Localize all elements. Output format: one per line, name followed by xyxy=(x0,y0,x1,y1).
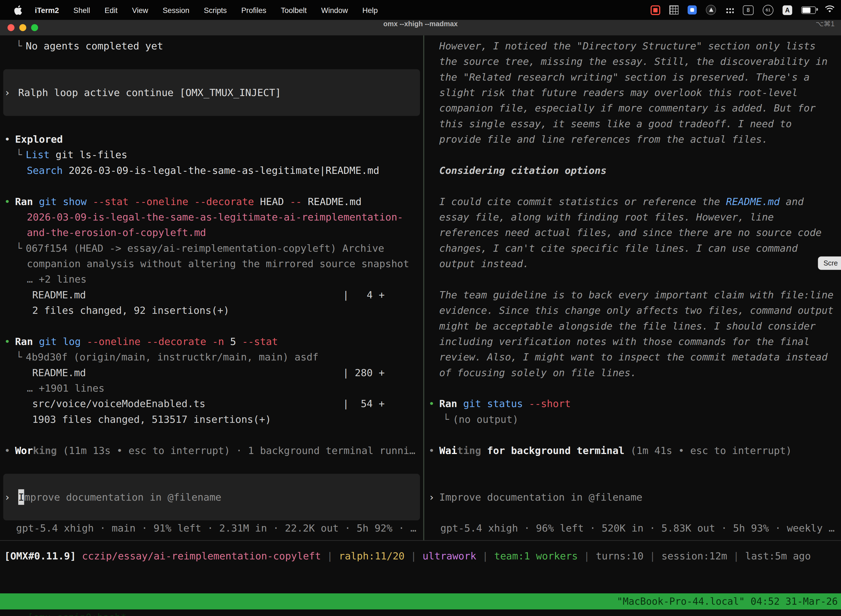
stop-recording-icon[interactable] xyxy=(651,5,660,15)
bullet-icon: • xyxy=(4,443,15,458)
reasoning-line: references need actual files, and since … xyxy=(424,224,841,240)
bullet-icon: • xyxy=(4,131,15,147)
tmux-session-name[interactable]: [omx-cczip0:bash* xyxy=(23,612,126,616)
tmux-status-bar: [omx-cczip0:bash* "MacBook-Pro-44.local"… xyxy=(0,593,841,609)
wifi-icon[interactable] xyxy=(825,5,835,14)
explored-list-line: └List git ls-files xyxy=(0,147,423,163)
menu-item-shell[interactable]: Shell xyxy=(73,6,90,14)
screen-overlay-button[interactable]: Scre xyxy=(818,257,841,270)
apple-menu-icon[interactable] xyxy=(14,5,22,15)
reasoning-line: of focusing solely on file lines. xyxy=(424,365,841,380)
menu-item-iterm2[interactable]: iTerm2 xyxy=(35,6,59,14)
minimize-button[interactable] xyxy=(19,24,26,31)
reasoning-line: essay file, along with finding root file… xyxy=(424,209,841,224)
commit-line: └4b9d30f (origin/main, instructkr/main, … xyxy=(0,349,423,365)
dots-grid-icon[interactable] xyxy=(725,7,734,13)
bullet-icon: • xyxy=(428,396,439,412)
prompt-chevron: › xyxy=(4,85,19,100)
reasoning-line: this single essay, it seems like a good … xyxy=(424,116,841,131)
reasoning-line: might be acceptable alongside the file l… xyxy=(424,318,841,334)
blue-app-icon[interactable] xyxy=(687,5,697,14)
menu-item-scripts[interactable]: Scripts xyxy=(204,6,227,14)
left-terminal-pane: └No agents completed yet ›Ralph loop act… xyxy=(0,35,424,540)
reasoning-line: including verification notes with those … xyxy=(424,334,841,349)
menu-item-profiles[interactable]: Profiles xyxy=(241,6,266,14)
omx-branch: cczip/essay/ai-reimplementation-copyleft xyxy=(82,550,321,562)
reasoning-line: evidence. Since this change only affects… xyxy=(424,302,841,318)
prompt-input-box[interactable]: ›Improve documentation in @filename xyxy=(3,474,420,520)
explored-search-line: Search 2026-03-09-is-legal-the-same-as-l… xyxy=(0,163,423,178)
dark-circle-app-icon[interactable] xyxy=(706,5,716,15)
window-hotkey-label: ⌥⌘1 xyxy=(816,20,834,28)
prompt-input-line[interactable]: ›Improve documentation in @filename xyxy=(424,489,841,505)
ralph-banner-text: Ralph loop active continue [OMX_TMUX_INJ… xyxy=(18,85,281,100)
menu-item-window[interactable]: Window xyxy=(321,6,348,14)
ralph-banner-box: ›Ralph loop active continue [OMX_TMUX_IN… xyxy=(3,69,420,116)
menu-item-toolbelt[interactable]: Toolbelt xyxy=(281,6,307,14)
reasoning-line: review. Also, I might want to inspect th… xyxy=(424,349,841,365)
diffstat-line: README.md | 280 + xyxy=(0,365,423,380)
reasoning-line: slight risk that future readers may over… xyxy=(424,85,841,100)
readme-link: README.md xyxy=(726,196,780,207)
terminal-panes: └No agents completed yet ›Ralph loop act… xyxy=(0,35,841,541)
prompt-chevron: › xyxy=(428,489,439,505)
model-status-line: gpt-5.4 xhigh · 96% left · 520K in · 5.8… xyxy=(424,521,841,536)
diffstat-line: src/voice/voiceModeEnabled.ts | 54 + xyxy=(0,396,423,412)
omx-status-bar: [OMX#0.11.9] cczip/essay/ai-reimplementa… xyxy=(0,549,841,564)
reasoning-line: However, I noticed the "Directory Struct… xyxy=(424,38,841,54)
truncation-note: … +2 lines xyxy=(0,271,423,287)
close-button[interactable] xyxy=(7,24,14,31)
tree-elbow: └ xyxy=(16,147,26,163)
menu-item-session[interactable]: Session xyxy=(163,6,189,14)
omx-version: [OMX#0.11.9] xyxy=(4,550,82,562)
agents-note-line: └No agents completed yet xyxy=(0,38,423,54)
git-status-command-line: •Ran git status --short xyxy=(424,396,841,412)
prompt-input-text: mprove documentation in @filename xyxy=(24,489,221,505)
git-show-command-line: •Ran git show --stat --oneline --decorat… xyxy=(0,194,423,209)
zoom-button[interactable] xyxy=(31,24,38,31)
screen: iTerm2 Shell Edit View Session Scripts P… xyxy=(0,0,841,616)
menu-item-help[interactable]: Help xyxy=(362,6,378,14)
reasoning-line: the "Related research writing" section i… xyxy=(424,69,841,85)
reasoning-line: changes, I can't cite specific file line… xyxy=(424,241,841,256)
macos-menu-bar: iTerm2 Shell Edit View Session Scripts P… xyxy=(0,0,841,20)
bullet-icon: • xyxy=(428,443,439,458)
tmux-host-clock: "MacBook-Pro-44.local" 04:52 31-Mar-26 xyxy=(617,593,838,609)
diffstat-line: README.md | 4 + xyxy=(0,287,423,302)
tree-elbow: └ xyxy=(16,38,26,54)
reasoning-line: The team guideline is to back every impo… xyxy=(424,287,841,302)
omx-turns: turns:10 xyxy=(596,550,643,562)
bullet-icon: • xyxy=(4,334,15,349)
window-title-bar: omx --xhigh --madmax ⌥⌘1 xyxy=(0,20,841,36)
truncation-note: … +1901 lines xyxy=(0,380,423,396)
omx-session: session:12m xyxy=(661,550,727,562)
essay-filename-line: and-the-erosion-of-copyleft.md xyxy=(0,224,423,240)
window-grid-icon[interactable] xyxy=(670,5,678,14)
menu-status-icons: 8 61 A xyxy=(651,5,835,15)
command-output-line: └(no output) xyxy=(424,412,841,427)
tree-elbow: └ xyxy=(16,349,26,365)
essay-filename-line: 2026-03-09-is-legal-the-same-as-legitima… xyxy=(0,209,423,224)
prompt-input-text: Improve documentation in @filename xyxy=(439,491,642,503)
battery-gauge-icon[interactable]: 61 xyxy=(763,5,774,15)
reasoning-line: companion file, especially if more comme… xyxy=(424,100,841,116)
diffstat-summary: 1903 files changed, 513517 insertions(+) xyxy=(0,412,423,427)
menu-item-edit[interactable]: Edit xyxy=(105,6,117,14)
battery-icon[interactable] xyxy=(801,6,816,13)
waiting-status-line: •Waiting for background terminal (1m 41s… xyxy=(424,443,841,458)
window-title: omx --xhigh --madmax xyxy=(0,20,841,28)
omx-team: team:1 workers xyxy=(494,550,578,562)
omx-ralph-counter: ralph:11/20 xyxy=(339,550,404,562)
working-status-line: •Working (11m 13s • esc to interrupt) · … xyxy=(0,443,423,458)
tree-elbow: └ xyxy=(16,241,26,256)
tree-elbow: └ xyxy=(443,412,453,427)
key-icon[interactable]: 8 xyxy=(743,5,753,15)
omx-last: last:5m ago xyxy=(745,550,811,562)
explored-header-line: •Explored xyxy=(0,131,423,147)
menu-item-view[interactable]: View xyxy=(132,6,148,14)
bullet-icon: • xyxy=(4,194,15,209)
input-source-icon[interactable]: A xyxy=(782,5,792,15)
reasoning-line: the source tree, missing the essay. Stil… xyxy=(424,54,841,69)
prompt-chevron: › xyxy=(4,489,19,505)
right-terminal-pane: However, I noticed the "Directory Struct… xyxy=(424,35,841,540)
